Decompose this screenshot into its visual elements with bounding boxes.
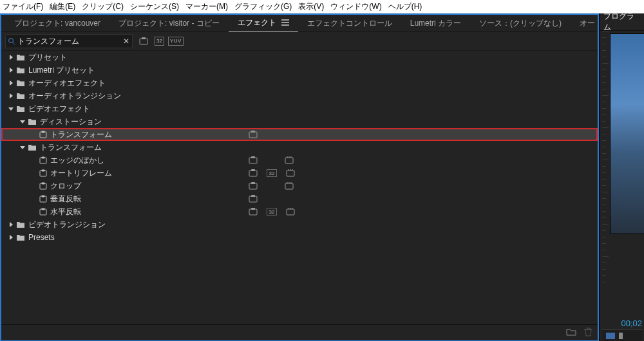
disclosure-arrow-icon[interactable] [6,235,15,240]
tree-folder[interactable]: ディストーション [1,115,598,128]
disclosure-arrow-icon[interactable] [6,222,15,227]
effect-icon [39,169,48,178]
effect-badges [249,195,258,203]
folder-icon [15,220,26,229]
new-bin-icon[interactable] [566,327,576,338]
tree-folder[interactable]: Lumetri プリセット [1,64,598,77]
svg-rect-6 [251,131,255,133]
tree-item-label: トランスフォーム [40,142,102,153]
disclosure-arrow-icon[interactable] [18,119,27,124]
accelerated-effects-icon[interactable] [137,35,151,47]
effects-search-box[interactable]: ✕ [5,34,133,48]
effect-icon [39,207,48,216]
tab-project-visitor[interactable]: プロジェクト: visitor - コピー [109,15,229,32]
svg-rect-5 [249,132,257,138]
tree-effect[interactable]: トランスフォーム [1,128,598,141]
svg-rect-4 [42,131,45,133]
panel-menu-icon[interactable] [281,19,289,26]
effect-badges: 32 [249,208,295,216]
svg-rect-8 [42,157,45,159]
effects-panel: プロジェクト: vancouver プロジェクト: visitor - コピー … [0,14,599,341]
disclosure-arrow-icon[interactable] [6,93,15,98]
svg-rect-14 [249,170,257,176]
menu-edit[interactable]: 編集(E) [50,1,75,12]
effect-icon [39,181,48,190]
timeline-segment [606,333,615,339]
tree-effect[interactable]: 垂直反転 [1,192,598,205]
svg-rect-20 [251,182,255,184]
tab-effect-controls[interactable]: エフェクトコントロール [298,15,401,32]
accelerated-icon [249,195,258,203]
yuv-badge[interactable]: YUV [168,37,184,46]
clear-search-icon[interactable]: ✕ [120,37,132,46]
tree-effect[interactable]: 水平反転32 [1,205,598,218]
disclosure-arrow-icon[interactable] [6,68,15,73]
disclosure-arrow-icon[interactable] [6,55,15,60]
tree-folder[interactable]: ビデオトランジション [1,218,598,231]
program-tab[interactable]: プログラム [600,14,644,31]
effect-badges: 32 [249,169,295,177]
accelerated-icon [249,182,258,190]
workspace: プロジェクト: vancouver プロジェクト: visitor - コピー … [0,14,644,341]
tab-source[interactable]: ソース：(クリップなし) [470,15,571,32]
tree-effect[interactable]: クロップ [1,180,598,192]
menu-graphic[interactable]: グラフィック(G) [234,1,292,12]
svg-rect-23 [42,196,45,198]
32bit-badge[interactable]: 32 [155,37,164,46]
tree-folder[interactable]: オーディオトランジション [1,89,598,102]
accelerated-icon [249,156,258,164]
timeline-segment [619,333,623,339]
svg-rect-30 [287,209,294,215]
tab-project-vancouver[interactable]: プロジェクト: vancouver [5,15,109,32]
tree-item-label: クロップ [50,181,81,192]
search-icon [6,37,17,45]
disclosure-arrow-icon[interactable] [6,80,15,86]
svg-rect-19 [249,183,257,189]
delete-icon[interactable] [584,327,592,338]
effects-panel-footer [1,324,598,340]
effects-search-input[interactable] [17,37,120,46]
svg-rect-29 [251,208,255,210]
menu-file[interactable]: ファイル(F) [3,1,43,12]
folder-icon [15,233,26,242]
mini-timeline[interactable] [602,329,642,341]
menu-sequence[interactable]: シーケンス(S) [130,1,179,12]
menu-bar: ファイル(F) 編集(E) クリップ(C) シーケンス(S) マーカー(M) グ… [0,0,644,14]
folder-icon [15,91,26,100]
tree-effect[interactable]: オートリフレーム32 [1,167,598,180]
svg-rect-28 [249,209,257,215]
timecode[interactable]: 00;02 [600,315,644,329]
tab-effects[interactable]: エフェクト [229,14,298,32]
svg-rect-15 [251,169,255,171]
gpu-icon [285,156,294,164]
effects-tree[interactable]: プリセットLumetri プリセットオーディオエフェクトオーディオトランジション… [1,51,598,324]
menu-clip[interactable]: クリップ(C) [82,1,124,12]
tree-effect[interactable]: エッジのぼかし [1,154,598,167]
tree-item-label: トランスフォーム [50,129,112,140]
tree-item-label: エッジのぼかし [50,155,104,166]
effect-badges [249,131,258,138]
effect-icon [39,194,48,203]
menu-help[interactable]: ヘルプ(H) [388,1,422,12]
tree-folder[interactable]: プリセット [1,51,598,64]
tree-folder[interactable]: ビデオエフェクト [1,102,598,115]
tree-folder[interactable]: Presets [1,231,598,244]
tree-folder[interactable]: トランスフォーム [1,141,598,154]
tree-item-label: オーディオエフェクト [28,78,106,89]
effect-badges [249,182,294,190]
effect-icon [39,156,48,165]
preview-frame[interactable] [610,33,644,234]
menu-marker[interactable]: マーカー(M) [185,1,228,12]
disclosure-arrow-icon[interactable] [18,145,27,150]
disclosure-arrow-icon[interactable] [6,106,15,111]
tab-lumetri[interactable]: Lumetri カラー [401,15,470,32]
effect-icon [39,130,48,139]
gpu-icon [286,169,295,177]
svg-rect-25 [251,195,255,197]
svg-rect-21 [285,183,293,189]
menu-view[interactable]: 表示(V) [298,1,324,12]
menu-window[interactable]: ウィンドウ(W) [330,1,381,12]
tree-folder[interactable]: オーディオエフェクト [1,77,598,89]
tree-item-label: オートリフレーム [50,168,112,179]
panel-tabs: プロジェクト: vancouver プロジェクト: visitor - コピー … [1,15,598,32]
